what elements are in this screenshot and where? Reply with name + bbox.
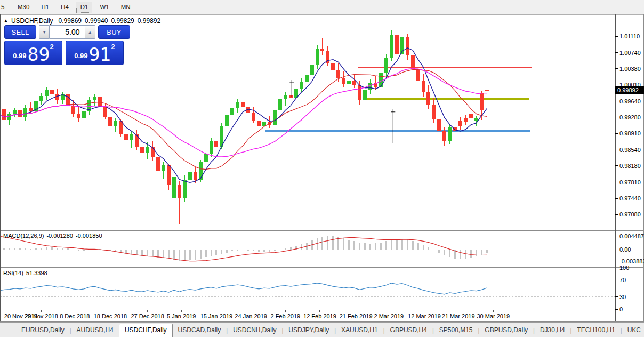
- rsi-name: RSI(14): [3, 270, 23, 276]
- svg-text:0.98540: 0.98540: [619, 147, 641, 153]
- svg-text:12 Mar 2019: 12 Mar 2019: [408, 313, 441, 319]
- svg-text:2 Feb 2019: 2 Feb 2019: [270, 313, 300, 319]
- timeframe-button-5[interactable]: 5: [0, 2, 10, 13]
- timeframe-toolbar: 5M30H1H4D1W1MN: [0, 0, 644, 14]
- rsi-indicator-label: RSI(14) 51.3398: [3, 270, 47, 276]
- volume-input[interactable]: 5.00: [50, 25, 84, 39]
- buy-price-display[interactable]: 0.99 91 2: [66, 41, 124, 65]
- tab-ukc[interactable]: UKC: [622, 324, 644, 337]
- spinner-down-icon: ▼: [42, 30, 46, 35]
- timeframe-button-m30[interactable]: M30: [13, 2, 34, 13]
- volume-decrease-button[interactable]: ▼: [39, 25, 50, 39]
- tab-usdcad-daily[interactable]: USDCAD,Daily: [173, 324, 227, 337]
- sell-price-pips: 89: [28, 47, 50, 63]
- svg-text:0.99640: 0.99640: [619, 98, 641, 105]
- svg-text:27 Dec 2018: 27 Dec 2018: [131, 313, 164, 319]
- svg-text:0.00: 0.00: [619, 246, 631, 253]
- svg-text:0.98910: 0.98910: [619, 130, 641, 137]
- sell-price-prefix: 0.99: [13, 52, 26, 60]
- spinner-up-icon: ▲: [88, 30, 92, 35]
- svg-text:1.00380: 1.00380: [619, 66, 641, 72]
- toolbar-separator: [141, 2, 141, 12]
- svg-text:0.99892: 0.99892: [617, 87, 639, 93]
- svg-text:0.97810: 0.97810: [619, 179, 641, 186]
- mt4-window: 5M30H1H4D1W1MN 1.011101.007401.003801.00…: [0, 0, 644, 337]
- svg-text:1.01110: 1.01110: [619, 33, 640, 39]
- ohlc-low: 0.99829: [111, 17, 134, 25]
- svg-text:30 Mar 2019: 30 Mar 2019: [477, 313, 510, 319]
- svg-text:15 Jan 2019: 15 Jan 2019: [200, 313, 233, 319]
- svg-text:30: 30: [619, 294, 626, 300]
- sell-button[interactable]: SELL: [4, 25, 36, 39]
- macd-name: MACD(12,26,9): [3, 232, 44, 239]
- buy-price-point: 2: [111, 43, 115, 51]
- volume-increase-button[interactable]: ▲: [85, 25, 95, 39]
- chart-area[interactable]: 1.011101.007401.003801.000100.996400.992…: [0, 14, 644, 322]
- svg-text:18 Dec 2018: 18 Dec 2018: [94, 313, 127, 319]
- chart-symbol-label: USDCHF,Daily: [11, 17, 53, 25]
- svg-text:0: 0: [619, 306, 623, 312]
- tab-gbpusd-daily[interactable]: GBPUSD,Daily: [479, 324, 533, 337]
- svg-text:-0.003883: -0.003883: [619, 258, 644, 264]
- svg-text:0.97080: 0.97080: [619, 211, 641, 218]
- tab-eurusd-daily[interactable]: EURUSD,Daily: [16, 324, 70, 337]
- svg-text:21 Feb 2019: 21 Feb 2019: [340, 313, 373, 319]
- tab-tech100-h1[interactable]: TECH100,H1: [571, 324, 620, 337]
- buy-price-pips: 91: [89, 47, 111, 63]
- svg-text:12 Feb 2019: 12 Feb 2019: [303, 313, 336, 319]
- svg-text:2 Mar 2019: 2 Mar 2019: [374, 313, 404, 319]
- svg-text:21 Mar 2019: 21 Mar 2019: [442, 313, 475, 319]
- svg-text:8 Dec 2018: 8 Dec 2018: [60, 313, 90, 319]
- one-click-trading-panel: SELL ▼ 5.00 ▲ BUY 0.99 89 2 0.99 91: [4, 25, 130, 65]
- tab-usdcnh-daily[interactable]: USDCNH,Daily: [228, 324, 281, 337]
- sell-price-display[interactable]: 0.99 89 2: [4, 41, 62, 65]
- timeframe-button-w1[interactable]: W1: [95, 2, 113, 13]
- chart-tabs-bar: EURUSD,Daily|AUDUSD,H4USDCHF,DailyUSDCAD…: [0, 322, 644, 337]
- timeframe-button-mn[interactable]: MN: [117, 2, 135, 13]
- tab-dj30-h4[interactable]: DJ30,H4: [535, 324, 570, 337]
- svg-text:24 Jan 2019: 24 Jan 2019: [235, 313, 267, 319]
- tab-usdjpy-daily[interactable]: USDJPY,Daily: [283, 324, 334, 337]
- macd-signal-value: -0.001850: [76, 232, 102, 239]
- svg-text:0.98180: 0.98180: [619, 163, 641, 169]
- ohlc-high: 0.99940: [85, 17, 108, 25]
- svg-text:5 Jan 2019: 5 Jan 2019: [167, 313, 196, 319]
- ohlc-close: 0.99892: [138, 17, 160, 25]
- tab-audusd-h4[interactable]: AUDUSD,H4: [71, 324, 119, 337]
- sell-price-point: 2: [50, 43, 54, 51]
- macd-main-value: -0.001280: [46, 232, 73, 239]
- svg-text:100: 100: [619, 264, 629, 271]
- timeframe-button-h1[interactable]: H1: [37, 2, 53, 13]
- buy-button[interactable]: BUY: [98, 25, 130, 39]
- timeframe-button-h4[interactable]: H4: [57, 2, 73, 13]
- svg-text:1.00740: 1.00740: [619, 50, 641, 56]
- timeframe-button-d1[interactable]: D1: [76, 2, 93, 13]
- svg-text:0.004487: 0.004487: [619, 233, 644, 239]
- buy-price-prefix: 0.99: [74, 52, 87, 60]
- ohlc-open: 0.99869: [59, 17, 82, 25]
- svg-text:29 Nov 2018: 29 Nov 2018: [25, 313, 58, 319]
- tab-usdchf-daily[interactable]: USDCHF,Daily: [119, 324, 173, 337]
- chart-title: ▲ USDCHF,Daily 0.99869 0.99940 0.99829 0…: [4, 17, 160, 25]
- macd-indicator-label: MACD(12,26,9) -0.001280 -0.001850: [3, 232, 102, 239]
- svg-text:0.97440: 0.97440: [619, 195, 641, 202]
- current-price-marker: 0.99892: [615, 86, 644, 94]
- tab-xauusd-h1[interactable]: XAUUSD,H1: [336, 324, 383, 337]
- tab-sp500-m15[interactable]: SP500,M15: [434, 324, 478, 337]
- tab-gbpusd-h4[interactable]: GBPUSD,H4: [385, 324, 432, 337]
- rsi-value: 51.3398: [26, 270, 47, 276]
- svg-text:0.99280: 0.99280: [619, 114, 641, 121]
- svg-text:70: 70: [619, 277, 626, 283]
- chart-up-arrow-icon: ▲: [4, 18, 8, 23]
